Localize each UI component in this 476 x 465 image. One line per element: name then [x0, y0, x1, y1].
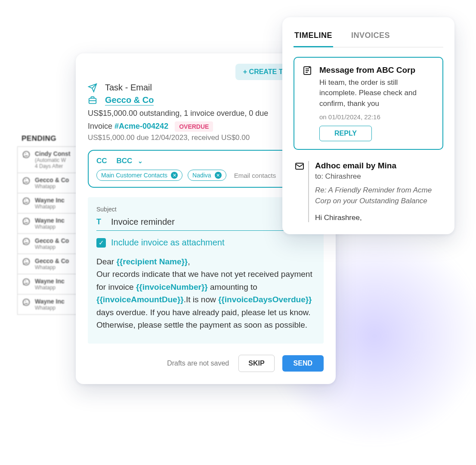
timeline-message: Message from ABC Corp Hi team, the order… — [294, 57, 443, 150]
cc-label[interactable]: CC — [96, 157, 107, 165]
whatsapp-icon — [22, 150, 31, 159]
token-recipient: {{recipient Name}} — [116, 257, 188, 266]
note-add-icon — [302, 65, 313, 142]
chevron-down-icon: ⌄ — [134, 158, 143, 164]
attach-label: Include invoice as attachment — [111, 238, 225, 248]
company-link[interactable]: Gecco & Co — [105, 95, 154, 105]
token-days-overdue: {{invoiceDaysOverdue}} — [218, 295, 312, 304]
text-icon: T — [96, 217, 105, 226]
token-amount-due: {{invoiceAmountDue}} — [96, 295, 184, 304]
email-title: Adhoc email by Mina — [315, 161, 443, 170]
whatsapp-icon — [22, 298, 31, 307]
chip-remove-icon[interactable]: ✕ — [171, 172, 178, 179]
reply-button[interactable]: REPLY — [319, 126, 372, 141]
message-meta: on 01/01/2024, 22:16 — [319, 113, 435, 121]
email-to: to: Chirashree — [315, 172, 443, 181]
chip-remove-icon[interactable]: ✕ — [215, 172, 222, 179]
whatsapp-icon — [22, 217, 31, 226]
bcc-toggle[interactable]: BCC ⌄ — [117, 157, 143, 165]
email-body[interactable]: Dear {{recipient Name}}, Our records ind… — [96, 255, 315, 332]
skip-button[interactable]: SKIP — [238, 355, 274, 372]
invoice-link[interactable]: #Acme-004242 — [114, 122, 168, 130]
message-title: Message from ABC Corp — [319, 65, 435, 75]
send-button[interactable]: SEND — [282, 355, 324, 372]
email-contacts-input[interactable]: Email contacts — [234, 172, 276, 179]
bcc-label: BCC — [117, 157, 133, 165]
recipient-chip[interactable]: Nadiva✕ — [188, 170, 226, 181]
message-body: Hi team, the order is still incomplete. … — [319, 78, 435, 109]
email-subject: Re: A Friendly Reminder from Acme Corp o… — [315, 185, 443, 206]
drafts-note: Drafts are not saved — [167, 360, 229, 367]
whatsapp-icon — [22, 237, 31, 246]
email-preview: Hi Chirashree, — [315, 214, 443, 222]
whatsapp-icon — [22, 177, 31, 185]
timeline-email: Adhoc email by Mina to: Chirashree Re: A… — [294, 161, 443, 222]
briefcase-icon — [88, 96, 99, 105]
recipient-chip[interactable]: Main Customer Contacts✕ — [96, 170, 182, 181]
invoice-prefix: Invoice — [88, 122, 114, 130]
tab-timeline[interactable]: TIMELINE — [294, 27, 333, 47]
attach-checkbox[interactable]: ✓ — [96, 238, 106, 248]
whatsapp-icon — [22, 197, 31, 205]
send-icon — [88, 83, 99, 93]
tab-invoices[interactable]: INVOICES — [350, 27, 391, 47]
whatsapp-icon — [22, 257, 31, 266]
overdue-badge: OVERDUE — [175, 121, 213, 132]
timeline-card: TIMELINE INVOICES Message from ABC Corp … — [282, 17, 454, 234]
token-invoice-number: {{invoiceNumber}} — [136, 282, 208, 291]
task-label: Task - Email — [105, 83, 152, 93]
mail-icon — [294, 161, 305, 222]
whatsapp-icon — [22, 278, 31, 286]
